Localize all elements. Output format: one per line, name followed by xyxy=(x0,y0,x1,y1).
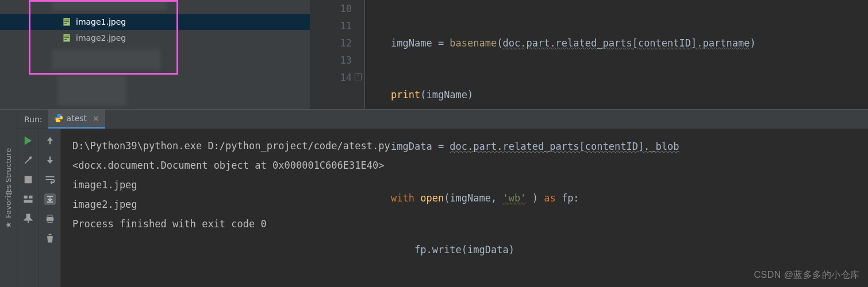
tree-item-label: image1.jpeg xyxy=(76,17,126,26)
svg-rect-9 xyxy=(64,39,67,40)
svg-rect-10 xyxy=(24,176,32,184)
svg-rect-2 xyxy=(64,20,69,21)
tree-item-image2[interactable]: image2.jpeg xyxy=(0,30,310,46)
console-line: D:\Python39\python.exe D:/python_project… xyxy=(72,136,857,156)
svg-rect-4 xyxy=(64,23,67,24)
svg-rect-12 xyxy=(29,196,32,199)
left-tool-strip: ▯◦ Structure ★ Favorites xyxy=(0,110,17,287)
up-arrow-icon[interactable] xyxy=(44,135,56,146)
soft-wrap-icon[interactable] xyxy=(44,174,56,185)
down-arrow-icon[interactable] xyxy=(44,154,56,166)
code-editor[interactable]: 10 11 12 13 14⌃ imgName = basename(doc.p… xyxy=(310,0,868,109)
console-line: image1.jpeg xyxy=(72,175,857,195)
run-toolbar-col2 xyxy=(39,129,61,287)
console-output[interactable]: D:\Python39\python.exe D:/python_project… xyxy=(61,129,868,287)
wrench-icon[interactable] xyxy=(22,154,34,166)
run-icon[interactable] xyxy=(22,135,34,146)
tree-item-image1[interactable]: image1.jpeg xyxy=(0,14,310,30)
code-area[interactable]: imgName = basename(doc.part.related_part… xyxy=(365,0,756,109)
fold-marker-icon[interactable]: ⌃ xyxy=(355,73,362,80)
run-tab-atest[interactable]: atest × xyxy=(48,110,105,129)
console-line: <docx.document.Document object at 0x0000… xyxy=(72,156,857,175)
run-tool-header: Run: atest × xyxy=(17,110,868,129)
run-toolbar-col1 xyxy=(17,129,39,287)
stop-icon[interactable] xyxy=(22,174,34,185)
file-icon xyxy=(62,17,71,26)
svg-rect-13 xyxy=(24,200,32,203)
svg-rect-7 xyxy=(64,36,69,37)
favorites-tool-button[interactable]: ★ Favorites xyxy=(4,184,13,228)
project-tree[interactable]: image1.jpeg image2.jpeg xyxy=(0,0,310,109)
print-icon[interactable] xyxy=(44,213,56,224)
run-label: Run: xyxy=(24,115,43,124)
run-tab-label: atest xyxy=(67,114,87,123)
pin-icon[interactable] xyxy=(22,213,34,224)
svg-rect-3 xyxy=(64,21,69,22)
python-icon xyxy=(54,114,63,123)
svg-rect-16 xyxy=(48,220,52,223)
console-line: image2.jpeg xyxy=(72,195,857,214)
scroll-to-end-icon[interactable] xyxy=(44,193,56,205)
svg-rect-8 xyxy=(64,37,69,38)
file-icon xyxy=(62,33,71,42)
watermark-text: CSDN @蓝多多的小仓库 xyxy=(754,269,860,281)
console-line: Process finished with exit code 0 xyxy=(72,214,857,234)
svg-rect-11 xyxy=(24,196,27,199)
editor-gutter: 10 11 12 13 14⌃ xyxy=(310,0,365,109)
star-icon: ★ xyxy=(4,222,13,228)
tree-item-label: image2.jpeg xyxy=(76,33,126,42)
close-icon[interactable]: × xyxy=(93,114,99,123)
trash-icon[interactable] xyxy=(44,232,56,244)
layout-icon[interactable] xyxy=(22,193,34,205)
svg-rect-15 xyxy=(48,215,52,218)
